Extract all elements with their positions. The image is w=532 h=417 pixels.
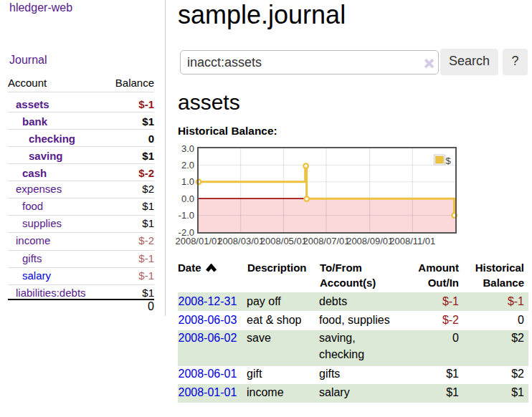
svg-text:3.0: 3.0 (181, 143, 194, 154)
svg-text:2008/11/01: 2008/11/01 (389, 236, 435, 246)
svg-text:2008/05/01: 2008/05/01 (260, 236, 307, 246)
svg-text:2008/09/01: 2008/09/01 (346, 236, 393, 246)
svg-text:$: $ (446, 155, 452, 166)
svg-text:2008/07/01: 2008/07/01 (303, 236, 349, 246)
svg-text:0.0: 0.0 (181, 193, 194, 204)
svg-text:2.0: 2.0 (181, 160, 194, 171)
svg-text:2008/03/01: 2008/03/01 (217, 236, 264, 246)
svg-text:2008/01/01: 2008/01/01 (175, 236, 222, 246)
svg-text:1.0: 1.0 (181, 176, 194, 187)
svg-text:-1.0: -1.0 (179, 210, 194, 221)
